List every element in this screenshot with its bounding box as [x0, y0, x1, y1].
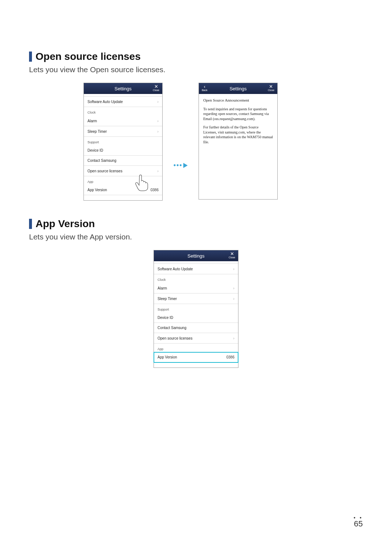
item-label: Contact Samsung	[87, 159, 117, 163]
section-heading-open-source: Open source licenses	[29, 51, 363, 62]
chevron-right-icon: ›	[157, 99, 159, 104]
app-version-value: 0386	[151, 188, 159, 192]
item-label: Software Auto Update	[158, 267, 193, 271]
page-number-dots-icon: • •	[354, 516, 363, 519]
item-open-source-licenses[interactable]: Open source licenses ›	[154, 333, 238, 344]
item-software-auto-update[interactable]: Software Auto Update ›	[154, 263, 238, 274]
section-heading-app-version: App Version	[29, 218, 363, 230]
chevron-right-icon: ›	[233, 267, 234, 271]
close-button[interactable]: ✕ Close	[268, 84, 274, 91]
section-description: Lets you view the App version.	[29, 233, 363, 241]
group-app-label: App	[154, 344, 238, 352]
back-label: Back	[202, 89, 208, 91]
close-label: Close	[229, 256, 235, 259]
item-label: Sleep Timer	[87, 130, 107, 134]
header-title: Settings	[229, 86, 246, 91]
item-label: App Version	[158, 355, 177, 359]
chevron-right-icon: ›	[233, 286, 234, 290]
chevron-right-icon: ›	[233, 336, 234, 340]
item-label: Sleep Timer	[158, 297, 177, 301]
item-open-source-licenses[interactable]: Open source licenses ›	[84, 166, 162, 176]
section-description: Lets you view the Open source licenses.	[29, 65, 363, 74]
close-icon: ✕	[269, 84, 273, 89]
item-label: Software Auto Update	[87, 100, 123, 104]
item-label: Alarm	[158, 286, 167, 290]
heading-text: Open source licenses	[36, 51, 140, 62]
close-label: Close	[268, 89, 274, 91]
header-title: Settings	[188, 253, 205, 259]
oss-announcement-screenshot: ‹ Back Settings ✕ Close Open Source Anno…	[199, 83, 278, 200]
oss-announcement-title: Open Source Announcement	[203, 98, 273, 103]
item-contact-samsung[interactable]: Contact Samsung	[84, 156, 162, 166]
chevron-right-icon: ›	[233, 296, 234, 301]
heading-accent-bar	[29, 52, 32, 62]
header-title: Settings	[115, 86, 132, 91]
app-version-value: 0386	[226, 355, 234, 359]
settings-screenshot-left: Settings ✕ Close Software Auto Update › …	[83, 83, 163, 201]
item-software-auto-update[interactable]: Software Auto Update ›	[84, 96, 162, 107]
chevron-left-icon: ‹	[204, 84, 205, 89]
item-label: Open source licenses	[87, 169, 122, 173]
close-button[interactable]: ✕ Close	[229, 251, 235, 259]
heading-accent-bar	[29, 219, 32, 229]
item-label: Device ID	[158, 316, 173, 320]
chevron-right-icon: ›	[157, 169, 159, 173]
phone-header: Settings ✕ Close	[84, 83, 162, 94]
group-app-label: App	[84, 176, 162, 185]
chevron-right-icon: ›	[157, 119, 159, 123]
close-button[interactable]: ✕ Close	[153, 84, 159, 91]
item-app-version-highlighted[interactable]: App Version 0386	[154, 352, 238, 362]
item-label: Contact Samsung	[158, 326, 187, 330]
close-icon: ✕	[230, 251, 234, 256]
item-alarm[interactable]: Alarm ›	[84, 116, 162, 126]
item-label: Open source licenses	[158, 336, 192, 340]
item-label: App Version	[87, 188, 107, 192]
phone-header: ‹ Back Settings ✕ Close	[199, 83, 277, 94]
item-device-id[interactable]: Device ID	[84, 145, 162, 156]
item-alarm[interactable]: Alarm ›	[154, 283, 238, 294]
group-clock-label: Clock	[84, 107, 162, 116]
page-number: • • 65	[354, 516, 363, 529]
group-support-label: Support	[154, 304, 238, 313]
item-device-id[interactable]: Device ID	[154, 313, 238, 323]
flow-arrow-icon: •••	[173, 161, 188, 169]
item-sleep-timer[interactable]: Sleep Timer ›	[84, 126, 162, 137]
item-app-version[interactable]: App Version 0386	[84, 185, 162, 195]
heading-text: App Version	[36, 218, 95, 230]
item-sleep-timer[interactable]: Sleep Timer ›	[154, 294, 238, 304]
group-support-label: Support	[84, 137, 162, 145]
item-label: Device ID	[87, 148, 103, 152]
group-clock-label: Clock	[154, 274, 238, 283]
close-label: Close	[153, 89, 159, 91]
back-button[interactable]: ‹ Back	[202, 84, 208, 91]
phone-header: Settings ✕ Close	[154, 250, 238, 261]
close-icon: ✕	[154, 84, 158, 89]
oss-paragraph-1: To send inquiries and requests for quest…	[203, 107, 273, 122]
item-label: Alarm	[87, 119, 97, 123]
oss-paragraph-2: For further details of the Open Source L…	[203, 125, 273, 144]
chevron-right-icon: ›	[157, 129, 159, 134]
settings-screenshot-appversion: Settings ✕ Close Software Auto Update › …	[154, 250, 238, 368]
item-contact-samsung[interactable]: Contact Samsung	[154, 323, 238, 333]
page-number-value: 65	[354, 519, 363, 528]
